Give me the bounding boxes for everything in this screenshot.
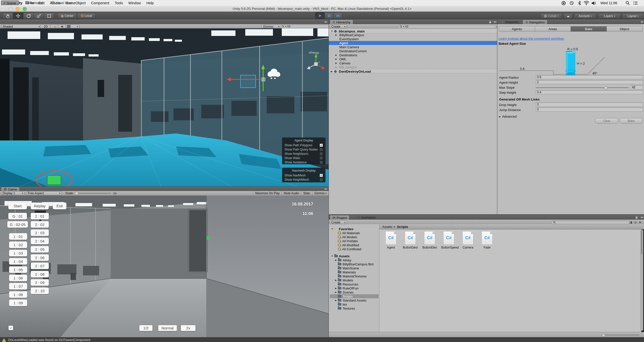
hud-speed-2x-button[interactable]: 2x: [181, 325, 195, 331]
favorites-item[interactable]: All Materials: [329, 231, 379, 235]
tab-bake[interactable]: Bake: [571, 26, 607, 32]
hud-g0205-button[interactable]: G : 02-05: [7, 221, 28, 228]
wifi-icon[interactable]: [584, 0, 589, 6]
layers-dropdown[interactable]: Layers▾: [598, 13, 621, 19]
menu-component[interactable]: Component: [91, 0, 109, 6]
rotate-tool-icon[interactable]: [23, 13, 33, 19]
hierarchy-item-selected[interactable]: Agent: [329, 41, 497, 45]
show-avoidance-checkbox[interactable]: ✓: [319, 161, 323, 164]
hierarchy-item-dontdestroy[interactable]: ▶DontDestroyOnLoad: [329, 69, 497, 74]
project-folder[interactable]: MainScene: [329, 266, 379, 270]
max-slope-slider[interactable]: [536, 87, 628, 88]
tab-animator[interactable]: Animator: [23, 1, 45, 5]
scale-tool-icon[interactable]: [33, 13, 44, 19]
hud-206-button[interactable]: 2 : 06: [31, 254, 49, 261]
hud-106-button[interactable]: 1 : 06: [9, 275, 27, 281]
project-folder[interactable]: ▶Allsky: [329, 258, 379, 262]
jump-distance-field[interactable]: 0: [536, 108, 643, 112]
menu-help[interactable]: Help: [146, 0, 154, 6]
maximize-on-play-toggle[interactable]: Maximize On Play: [253, 191, 282, 195]
hierarchy-item[interactable]: ▶Destinations: [329, 53, 497, 57]
step-button[interactable]: [334, 12, 342, 19]
hud-208-button[interactable]: 2 : 08: [31, 271, 49, 277]
project-folder[interactable]: BillyBlueCampus.fbm: [329, 262, 379, 266]
hierarchy-item-disabled[interactable]: ▶BB_campus: [329, 65, 497, 69]
pause-button[interactable]: [325, 12, 334, 19]
hud-209-button[interactable]: 2 : 09: [31, 279, 49, 286]
hud-g01-button[interactable]: G : 01: [8, 213, 27, 219]
bluetooth-icon[interactable]: [578, 0, 581, 6]
hud-108-button[interactable]: 1 : 08: [9, 291, 27, 298]
2d-toggle[interactable]: 2D: [40, 25, 51, 28]
project-folder-selected[interactable]: Scripts: [330, 294, 379, 298]
favorites-item[interactable]: All Conflicted: [329, 247, 379, 251]
hierarchy-item[interactable]: ▶OML: [329, 57, 497, 61]
show-path-query-nodes-checkbox[interactable]: ✓: [319, 148, 323, 151]
hud-105-button[interactable]: 1 : 05: [9, 266, 27, 273]
show-navmesh-checkbox[interactable]: ✓: [319, 174, 323, 177]
space-toggle-button[interactable]: Local: [77, 13, 96, 19]
project-panel-menu-icon[interactable]: ▾≡: [641, 216, 643, 219]
aspect-dropdown[interactable]: Free Aspect▾: [26, 191, 62, 195]
game-viewport-render[interactable]: [0, 196, 329, 337]
hud-201-button[interactable]: 2 : 01: [31, 213, 49, 219]
asset-buttonspeed[interactable]: C# ButtonSpeed: [441, 231, 456, 249]
assets-root[interactable]: ▼Assets: [329, 254, 379, 258]
asset-agent[interactable]: C# Agent: [383, 231, 398, 249]
tab-project[interactable]: Project: [330, 215, 349, 220]
hierarchy-create-button[interactable]: Create▾: [330, 25, 347, 28]
bake-button[interactable]: Bake: [620, 118, 643, 124]
hud-102-button[interactable]: 1 : 02: [9, 241, 27, 248]
agent-height-field[interactable]: 2: [536, 80, 643, 84]
inspector-panel-menu-icon[interactable]: ▾≡: [641, 20, 643, 24]
game-gizmos-dropdown[interactable]: Gizmos▾: [312, 191, 329, 195]
hud-107-button[interactable]: 1 : 07: [9, 283, 27, 289]
account-dropdown[interactable]: Account▾: [574, 13, 596, 19]
icon-size-slider[interactable]: [601, 335, 639, 335]
tab-animation[interactable]: Animation: [354, 215, 378, 220]
project-folder[interactable]: ▶Scenes: [329, 290, 379, 294]
hud-exit-button[interactable]: Exit: [53, 203, 66, 209]
collab-button[interactable]: ✓ Collab▾: [540, 13, 562, 19]
tab-inspector[interactable]: i Inspector: [499, 20, 521, 24]
tab-asset-store[interactable]: Asset Store: [49, 1, 75, 5]
display-dropdown[interactable]: Display 1▾: [1, 191, 25, 195]
cloud-button[interactable]: ☁: [564, 13, 573, 19]
menu-tools[interactable]: Tools: [115, 0, 123, 6]
tab-hierarchy[interactable]: ☰ Hierarchy: [330, 20, 353, 24]
project-folder[interactable]: MaterialTextures: [329, 274, 379, 278]
scene-gizmos-dropdown[interactable]: Gizmos▾: [262, 25, 281, 28]
max-slope-field[interactable]: 45: [631, 85, 643, 89]
persp-label[interactable]: <Persp: [308, 51, 319, 55]
hierarchy-search-input[interactable]: ▾All: [398, 25, 496, 28]
time-machine-icon[interactable]: [570, 0, 574, 6]
tab-areas[interactable]: Areas: [535, 26, 571, 32]
tab-game[interactable]: Game: [1, 187, 20, 191]
notification-center-icon[interactable]: [633, 0, 637, 6]
scale-slider[interactable]: [75, 193, 111, 193]
breadcrumb-root[interactable]: Assets: [382, 225, 392, 229]
scene-search-input[interactable]: ▾All: [280, 25, 330, 28]
search-by-type-icon[interactable]: ◨: [630, 221, 632, 224]
favorites-item[interactable]: All Models: [329, 235, 379, 239]
hand-tool-icon[interactable]: [3, 13, 13, 19]
hud-speed-normal-button[interactable]: Normal: [158, 325, 177, 331]
show-heightmesh-checkbox[interactable]: ✓: [319, 178, 323, 181]
advanced-foldout[interactable]: ▶ Advanced: [499, 115, 517, 118]
tab-navigation[interactable]: Navigation: [522, 20, 547, 24]
hud-109-button[interactable]: 1 : 09: [9, 300, 27, 306]
asset-buttondest[interactable]: C# ButtonDest: [403, 231, 418, 249]
menu-clock[interactable]: Wed 11:06: [600, 0, 617, 6]
hud-replay-button[interactable]: Replay: [31, 203, 49, 209]
project-folder[interactable]: ▶Models: [329, 278, 379, 282]
project-folder[interactable]: Textures: [329, 306, 379, 310]
show-walls-checkbox[interactable]: ✓: [319, 156, 323, 160]
hierarchy-item[interactable]: EventSystem: [329, 37, 497, 41]
hud-speed-half-button[interactable]: 1/2: [139, 325, 152, 331]
favorites-root[interactable]: ▼★Favorites: [329, 227, 379, 231]
favorites-item[interactable]: All Prefabs: [329, 239, 379, 243]
hud-104-button[interactable]: 1 : 04: [9, 258, 27, 265]
scene-effects-dropdown[interactable]: ▾: [65, 25, 79, 28]
search-saved-icon[interactable]: ★: [639, 221, 641, 224]
search-by-label-icon[interactable]: ◎: [634, 221, 637, 224]
